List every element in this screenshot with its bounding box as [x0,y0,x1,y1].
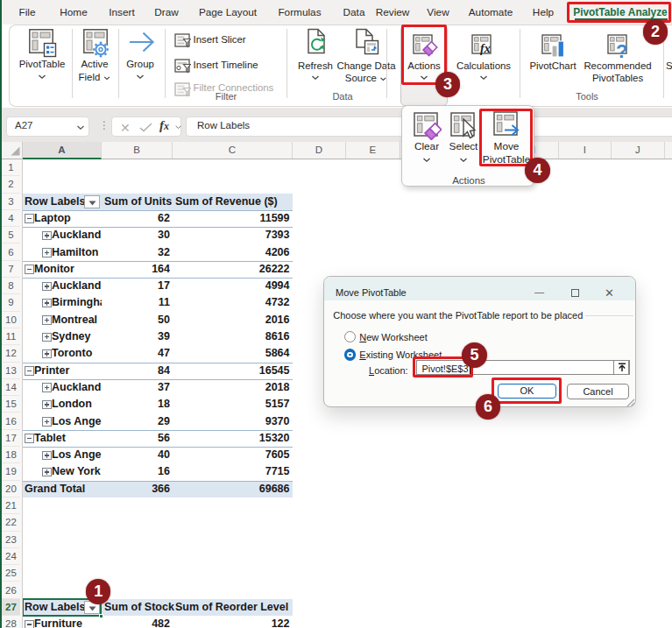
svg-text:?: ? [616,40,627,62]
svg-text:fx: fx [480,42,491,55]
